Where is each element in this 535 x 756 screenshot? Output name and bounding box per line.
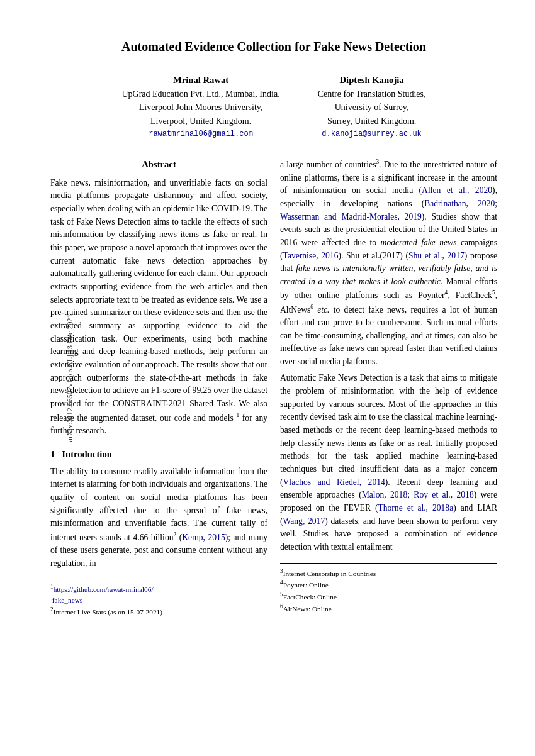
two-col-layout: Abstract Fake news, misinformation, and … [50, 157, 497, 618]
author-affil-2-line2: University of Surrey, [318, 101, 426, 114]
abstract-text: Fake news, misinformation, and unverifia… [50, 177, 268, 438]
author-name-2: Diptesh Kanojia [318, 73, 426, 87]
author-affil-1-line1: UpGrad Education Pvt. Ltd., Mumbai, Indi… [121, 87, 279, 101]
intro-para1: The ability to consume readily available… [50, 465, 268, 570]
authors-row: Mrinal Rawat UpGrad Education Pvt. Ltd.,… [50, 73, 497, 140]
right-para1: a large number of countries3. Due to the… [280, 157, 497, 368]
footnotes-right: 3Internet Censorship in Countries 4Poynt… [280, 563, 497, 614]
footnote-1: 1https://github.com/rawat-mrinal06/ fake… [50, 583, 268, 606]
author-block-1: Mrinal Rawat UpGrad Education Pvt. Ltd.,… [121, 73, 279, 140]
footnote-4: 4Poynter: Online [280, 579, 497, 591]
footnote-5: 5FactCheck: Online [280, 591, 497, 603]
abstract-section: Abstract Fake news, misinformation, and … [50, 157, 268, 437]
abstract-heading: Abstract [50, 157, 268, 171]
paper-title: Automated Evidence Collection for Fake N… [50, 38, 497, 55]
author-affil-1-line2: Liverpool John Moores University, [121, 101, 279, 114]
footnotes-left: 1https://github.com/rawat-mrinal06/ fake… [50, 579, 268, 617]
author-block-2: Diptesh Kanojia Centre for Translation S… [318, 73, 426, 140]
author-email-2: d.kanojia@surrey.ac.uk [318, 128, 426, 140]
author-affil-1-line3: Liverpool, United Kingdom. [121, 114, 279, 128]
author-name-1: Mrinal Rawat [121, 73, 279, 87]
intro-heading: 1 Introduction [50, 447, 268, 461]
author-affil-2-line1: Centre for Translation Studies, [318, 87, 426, 101]
arxiv-label: arXiv:2112.06507v1 [cs.CL] 13 Dec 2021 [65, 314, 75, 442]
col-left: Abstract Fake news, misinformation, and … [50, 157, 268, 618]
author-email-1: rawatmrinal06@gmail.com [121, 128, 279, 140]
author-affil-2-line3: Surrey, United Kingdom. [318, 114, 426, 128]
col-right: a large number of countries3. Due to the… [280, 157, 497, 618]
right-para2: Automatic Fake News Detection is a task … [280, 372, 497, 553]
footnote-6: 6AltNews: Online [280, 603, 497, 614]
page: arXiv:2112.06507v1 [cs.CL] 13 Dec 2021 A… [0, 0, 535, 756]
footnote-2: 2Internet Live Stats (as on 15-07-2021) [50, 606, 268, 618]
footnote-3: 3Internet Censorship in Countries [280, 567, 497, 579]
